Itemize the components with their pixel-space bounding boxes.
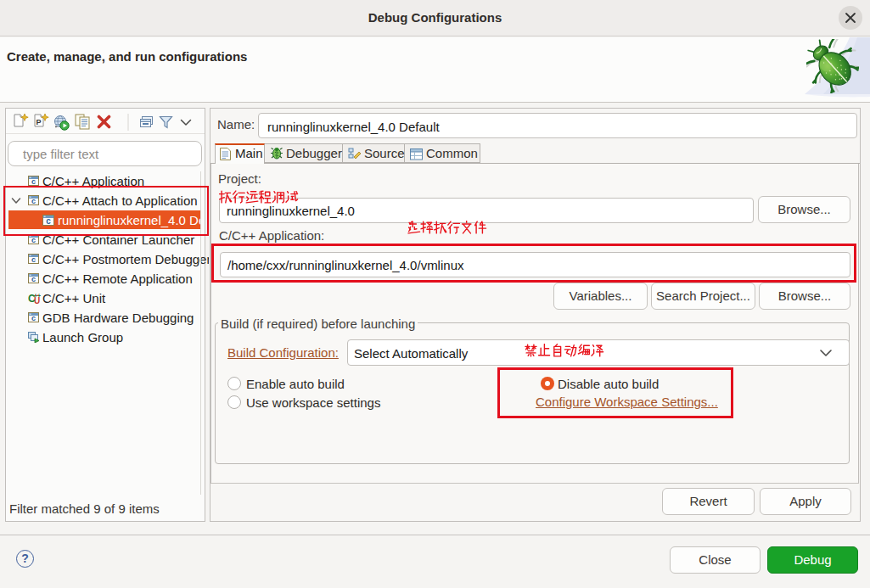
svg-text:c: c (31, 236, 36, 244)
svg-text:c: c (31, 177, 36, 186)
svg-text:c: c (31, 255, 36, 264)
svg-text:U: U (34, 296, 40, 304)
svg-text:P: P (36, 118, 41, 126)
svg-text:c: c (31, 275, 36, 283)
svg-text:c: c (31, 314, 36, 322)
